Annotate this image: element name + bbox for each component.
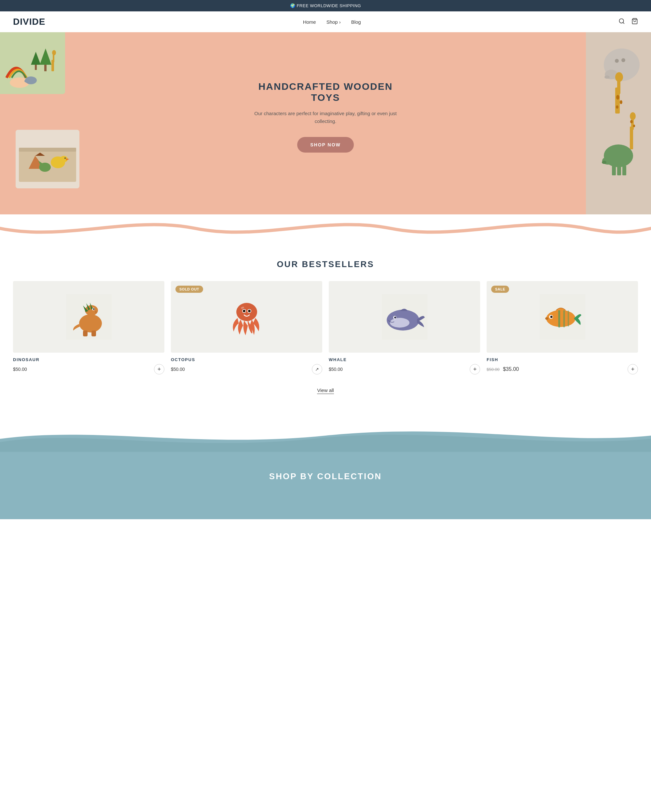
svg-point-78 [545,317,549,320]
products-grid: DINOSAUR $50.00 + SOLD OUT [13,281,638,374]
cart-button[interactable] [631,18,638,26]
shop-now-button[interactable]: SHOP NOW [297,137,354,153]
svg-rect-40 [612,166,616,176]
hero-content: HANDCRAFTED WOODEN TOYS Our characters a… [244,81,407,153]
svg-point-35 [620,100,622,104]
bestsellers-title: OUR BESTSELLERS [13,259,638,269]
product-price-dinosaur: $50.00 [13,366,27,372]
svg-point-28 [604,75,610,79]
sold-out-badge: SOLD OUT [176,285,203,293]
svg-point-70 [394,316,396,319]
svg-point-33 [615,72,623,82]
product-card-fish: SALE [487,281,638,374]
svg-rect-58 [92,331,96,336]
hero-image-right [586,32,651,214]
shop-collection-section: SHOP BY COLLECTION [0,452,651,519]
teal-wave [0,419,651,452]
product-price-octopus: $50.00 [171,366,185,372]
svg-rect-41 [617,166,621,176]
announcement-icon: 🌍 [290,3,296,8]
bestsellers-section: OUR BESTSELLERS [0,240,651,406]
product-info-fish: FISH $50.00 $35.00 + [487,357,638,374]
product-footer-octopus: $50.00 ↗ [171,364,322,374]
nav-home[interactable]: Home [303,19,316,25]
hero-image-left-bottom [15,130,79,188]
fish-sale-price: $35.00 [503,366,519,372]
product-card-whale: WHALE $50.00 + [329,281,480,374]
svg-point-22 [64,157,66,159]
svg-point-29 [615,59,619,63]
product-name-octopus: OCTOPUS [171,357,322,362]
hero-image-left-top [0,32,65,94]
logo: DIVIDE [13,17,45,27]
collection-title: SHOP BY COLLECTION [13,472,638,481]
svg-point-39 [602,161,607,164]
product-image-fish[interactable]: SALE [487,281,638,353]
svg-point-68 [390,318,410,328]
svg-point-36 [616,105,619,109]
svg-point-64 [248,310,251,312]
svg-point-46 [630,120,633,123]
product-footer-dinosaur: $50.00 + [13,364,164,374]
product-name-dinosaur: DINOSAUR [13,357,164,362]
product-info-whale: WHALE $50.00 + [329,357,480,374]
svg-point-62 [243,310,245,312]
product-image-dinosaur[interactable] [13,281,164,353]
header-icons [619,18,638,26]
search-icon [619,18,625,24]
product-image-whale[interactable] [329,281,480,353]
product-info-dinosaur: DINOSAUR $50.00 + [13,357,164,374]
svg-point-34 [616,95,619,99]
cart-icon [631,18,638,24]
chevron-icon: › [339,19,341,25]
product-price-whale: $50.00 [329,366,343,372]
product-card-dinosaur: DINOSAUR $50.00 + [13,281,164,374]
svg-point-47 [633,125,635,127]
view-all-wrap: View all [13,388,638,393]
nav-blog[interactable]: Blog [351,19,361,25]
svg-rect-42 [622,166,626,176]
product-info-octopus: OCTOPUS $50.00 ↗ [171,357,322,374]
nav-shop[interactable]: Shop › [327,19,341,25]
hero-section: HANDCRAFTED WOODEN TOYS Our characters a… [0,32,651,214]
product-footer-whale: $50.00 + [329,364,480,374]
add-whale-button[interactable]: + [470,364,480,374]
product-image-octopus[interactable]: SOLD OUT [171,281,322,353]
svg-point-53 [93,308,95,310]
svg-rect-16 [19,148,76,152]
svg-point-13 [24,79,29,82]
svg-rect-43 [630,127,633,149]
add-fish-button[interactable]: + [628,364,638,374]
header: DIVIDE Home Shop › Blog [0,11,651,32]
svg-rect-5 [35,65,37,70]
main-nav: Home Shop › Blog [303,19,361,25]
svg-point-60 [236,303,257,321]
view-all-link[interactable]: View all [317,388,334,394]
svg-point-77 [550,316,552,318]
fish-prices: $50.00 $35.00 [487,366,519,372]
svg-point-10 [52,50,56,55]
product-footer-fish: $50.00 $35.00 + [487,364,638,374]
add-dinosaur-button[interactable]: + [154,364,164,374]
hero-subtitle: Our characters are perfect for imaginati… [244,110,407,125]
product-card-octopus: SOLD OUT [171,281,322,374]
svg-point-30 [621,58,625,62]
hero-title: HANDCRAFTED WOODEN TOYS [244,81,407,103]
announcement-text: FREE WORLDWIDE SHIPPING [296,3,361,8]
product-name-whale: WHALE [329,357,480,362]
svg-line-1 [623,22,624,23]
hero-wave [0,214,651,240]
search-button[interactable] [619,18,625,26]
product-name-fish: FISH [487,357,638,362]
svg-point-45 [630,112,636,120]
fish-original-price: $50.00 [487,367,500,372]
svg-rect-7 [44,65,47,71]
svg-rect-57 [83,331,87,336]
sale-badge: SALE [491,285,509,293]
view-octopus-button[interactable]: ↗ [312,364,322,374]
announcement-bar: 🌍 FREE WORLDWIDE SHIPPING [0,0,651,11]
